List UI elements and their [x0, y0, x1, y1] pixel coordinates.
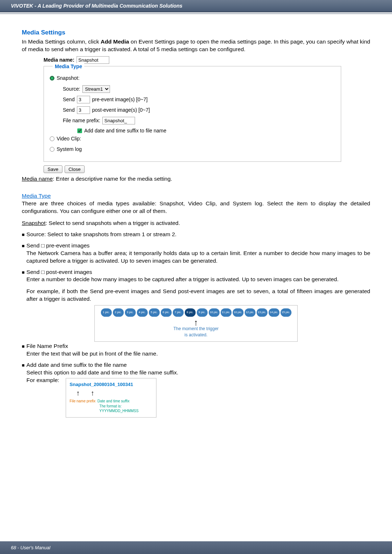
filename-body: Enter the text that will be put in front…: [26, 350, 370, 358]
footer-text: 68 - User's Manual: [11, 545, 50, 550]
intro-bold: Add Media: [101, 38, 129, 45]
filename-bullet: ■ File Name Prefix Enter the text that w…: [22, 342, 370, 358]
send-pre-label: Send: [63, 96, 75, 103]
example-arrows: ↑ ↑: [76, 388, 152, 398]
date-suffix-label: Date and time suffix: [98, 399, 130, 403]
media-name-row: Media name:: [44, 56, 341, 64]
send-pre-row: Send pre-event image(s) [0~7]: [63, 96, 336, 103]
for-example-label: For example:: [26, 377, 66, 418]
radio-syslog-label: System log: [57, 146, 82, 153]
pic-row: 1 pic. 2 pic. 3 pic. 4 pic. 5 pic. 6 pic…: [98, 308, 294, 317]
send-post-label: Send: [63, 107, 75, 114]
snapshot-heading: Snapshot: [22, 220, 46, 226]
intro-paragraph: In Media Settings column, click Add Medi…: [22, 38, 370, 53]
example-filename: Snapshot_20080104_100341: [70, 381, 152, 388]
bullet-icon: ■: [22, 343, 25, 358]
radio-syslog[interactable]: [50, 147, 54, 152]
send-post-suffix: post-event image(s) [0~7]: [92, 107, 150, 114]
source-select[interactable]: Stream1: [82, 85, 110, 93]
prefix-row: File name prefix:: [63, 117, 336, 124]
pic-9: 9 pic.: [197, 308, 208, 317]
send-post-input[interactable]: [77, 106, 90, 114]
snapshot-radio-row: Snapshot:: [50, 75, 336, 82]
send-post-row: Send post-event image(s) [0~7]: [63, 106, 336, 114]
source-bullet: ■ Source: Select to take snapshots from …: [22, 231, 370, 238]
pic-6: 6 pic.: [161, 308, 172, 317]
example-text: For example, if both the Send pre-event …: [26, 288, 370, 303]
bullet-icon: ■: [22, 243, 25, 265]
bullet-icon: ■: [22, 362, 25, 418]
diagram-caption-1: The moment the trigger: [98, 326, 294, 332]
filename-head: File Name Prefix: [26, 342, 370, 350]
close-button[interactable]: Close: [65, 165, 85, 173]
bullet-icon: ■: [22, 231, 25, 238]
intro-text-1: In Media Settings column, click: [22, 38, 101, 45]
post-event-bullet: ■ Send □ post-event images Enter a numbe…: [22, 268, 370, 303]
pic-3: 3 pic.: [125, 308, 136, 317]
pic-14: 14 pic.: [269, 308, 279, 317]
example-box: Snapshot_20080104_100341 ↑ ↑ File name p…: [66, 378, 156, 418]
pic-11: 11 pic.: [221, 308, 232, 317]
source-bullet-text: Source: Select to take snapshots from st…: [26, 231, 177, 238]
diagram-caption-2: is activated.: [98, 332, 294, 338]
source-row: Source: Stream1: [63, 85, 336, 93]
page-footer: 68 - User's Manual: [0, 541, 392, 554]
pic-5: 5 pic.: [149, 308, 160, 317]
pre-event-head: Send □ pre-event images: [26, 242, 370, 250]
pic-4: 4 pic.: [137, 308, 148, 317]
format-label: The format is: YYYYMMDD_HHMMSS: [99, 404, 152, 414]
pic-15: 15 pic.: [281, 308, 291, 317]
post-event-body: Enter a number to decide how many images…: [26, 276, 370, 283]
adddate-bullet: ■ Add date and time suffix to the file n…: [22, 361, 370, 418]
media-name-input[interactable]: [77, 56, 109, 64]
example-labels: File name prefix Date and time suffix Th…: [70, 399, 152, 414]
pre-event-bullet: ■ Send □ pre-event images The Network Ca…: [22, 242, 370, 265]
syslog-radio-row: System log: [50, 146, 336, 153]
up-arrow-icon: ↑: [76, 388, 80, 398]
media-name-desc-text: : Enter a descriptive name for the media…: [53, 176, 172, 182]
pic-12: 12 pic.: [245, 308, 256, 317]
pic-13: 13 pic.: [257, 308, 268, 317]
save-button[interactable]: Save: [44, 165, 62, 173]
media-type-legend: Media Type: [53, 63, 84, 70]
send-pre-suffix: pre-event image(s) [0~7]: [92, 96, 148, 103]
adddate-head: Add date and time suffix to the file nam…: [26, 361, 370, 369]
post-event-head: Send □ post-event images: [26, 268, 370, 276]
videoclip-radio-row: Video Clip:: [50, 135, 336, 142]
adddate-body: Select this option to add date and time …: [26, 369, 370, 377]
pre-event-body: The Network Camera has a buffer area; it…: [26, 250, 370, 265]
timeline-diagram: 1 pic. 2 pic. 3 pic. 4 pic. 5 pic. 6 pic…: [94, 305, 298, 342]
radio-snapshot[interactable]: [50, 76, 54, 81]
radio-videoclip-label: Video Clip:: [57, 135, 81, 142]
pic-10b: 10 pic.: [233, 308, 244, 317]
prefix-input[interactable]: [102, 117, 135, 124]
media-name-label: Media name:: [44, 57, 74, 63]
radio-snapshot-label: Snapshot:: [57, 75, 79, 82]
suffix-checkbox[interactable]: [77, 128, 82, 133]
bullet-icon: ■: [22, 269, 25, 303]
snapshot-desc: Snapshot: Select to send snapshots when …: [22, 219, 370, 227]
pic-10: 10 pic.: [209, 308, 220, 317]
content-area: Media Settings In Media Settings column,…: [0, 14, 392, 425]
form-screenshot: Media name: Media Type Snapshot: Source:…: [44, 56, 341, 173]
up-arrow-icon: ↑: [98, 319, 294, 326]
file-name-prefix-label: File name prefix: [70, 399, 95, 403]
pic-8-trigger: 8 pic.: [185, 308, 196, 317]
media-type-heading: Media Type: [22, 193, 51, 199]
media-type-desc: There are three choices of media types a…: [22, 200, 370, 215]
pic-2: 2 pic.: [113, 308, 124, 317]
radio-videoclip[interactable]: [50, 136, 54, 141]
send-pre-input[interactable]: [77, 96, 90, 103]
pic-1: 1 pic.: [101, 308, 112, 317]
media-type-fieldset: Media Type Snapshot: Source: Stream1 Sen…: [44, 66, 341, 162]
source-label: Source:: [63, 86, 80, 93]
media-name-heading: Media name: [22, 176, 53, 182]
page-header: VIVOTEK - A Leading Provider of Multimed…: [0, 0, 392, 12]
prefix-label: File name prefix:: [63, 117, 100, 124]
pic-7: 7 pic.: [173, 308, 184, 317]
up-arrow-icon: ↑: [91, 388, 94, 398]
media-name-desc: Media name: Enter a descriptive name for…: [22, 175, 370, 183]
suffix-checkbox-row: Add date and time suffix to file name: [77, 127, 336, 134]
button-row: Save Close: [44, 165, 341, 173]
section-title: Media Settings: [22, 29, 370, 37]
